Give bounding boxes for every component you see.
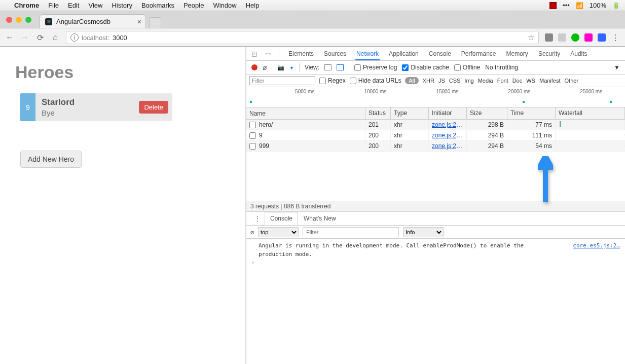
network-row[interactable]: hero/ 201 xhr zone.js:26… 298 B 77 ms [246, 120, 625, 130]
console-filter-input[interactable] [303, 227, 399, 237]
tab-memory[interactable]: Memory [505, 47, 529, 60]
filter-type-xhr[interactable]: XHR [423, 78, 434, 84]
menu-edit[interactable]: Edit [68, 2, 79, 9]
extension-icon[interactable] [571, 33, 579, 42]
row-checkbox[interactable] [249, 132, 256, 139]
disable-cache-checkbox[interactable]: Disable cache [402, 64, 449, 71]
filter-type-font[interactable]: Font [497, 78, 508, 84]
reload-button[interactable]: ⟳ [35, 33, 45, 43]
filter-type-img[interactable]: Img [464, 78, 473, 84]
tab-elements[interactable]: Elements [287, 47, 315, 60]
console-output[interactable]: Angular is running in the development mo… [246, 239, 625, 364]
tab-console[interactable]: Console [428, 47, 452, 60]
bookmark-star-icon[interactable]: ☆ [528, 33, 534, 42]
regex-checkbox[interactable]: Regex [319, 77, 346, 84]
browser-tab[interactable]: ⚛ AngularCosmosdb × [40, 14, 146, 28]
tab-close-icon[interactable]: × [137, 18, 141, 25]
tab-audits[interactable]: Audits [569, 47, 588, 60]
recording-icon[interactable] [549, 2, 557, 9]
new-tab-button[interactable] [149, 17, 161, 28]
filter-input[interactable] [249, 76, 315, 85]
extension-icon[interactable] [558, 33, 566, 42]
close-window-button[interactable] [6, 17, 12, 23]
console-clear-icon[interactable] [250, 229, 254, 236]
extension-icon[interactable] [584, 33, 593, 42]
console-source-link[interactable]: core.es5.js:2… [573, 242, 620, 250]
filter-type-other[interactable]: Other [565, 78, 579, 84]
network-table-body: hero/ 201 xhr zone.js:26… 298 B 77 ms 9 … [246, 120, 625, 201]
col-status[interactable]: Status [365, 107, 391, 119]
filter-type-all[interactable]: All [405, 77, 418, 84]
app-menu[interactable]: Chrome [14, 2, 39, 9]
drawer-menu-icon[interactable] [250, 215, 265, 222]
filter-type-js[interactable]: JS [438, 78, 445, 84]
network-timeline[interactable]: 5000 ms 10000 ms 15000 ms 20000 ms 25000… [246, 87, 625, 107]
row-checkbox[interactable] [249, 122, 256, 128]
hero-name: Starlord [42, 97, 133, 107]
site-info-icon[interactable]: i [70, 33, 79, 42]
wifi-icon[interactable] [576, 2, 583, 9]
preserve-log-checkbox[interactable]: Preserve log [354, 64, 397, 71]
network-row[interactable]: 999 200 xhr zone.js:26… 294 B 54 ms [246, 141, 625, 152]
back-button[interactable]: ← [5, 33, 14, 42]
menu-view[interactable]: View [88, 2, 102, 9]
tab-sources[interactable]: Sources [323, 47, 347, 60]
large-rows-icon[interactable] [324, 64, 332, 70]
hero-saying: Bye [42, 108, 133, 117]
drawer-tab-console[interactable]: Console [265, 212, 298, 225]
tab-network[interactable]: Network [355, 47, 380, 60]
col-type[interactable]: Type [391, 107, 429, 119]
add-hero-button[interactable]: Add New Hero [20, 151, 82, 168]
network-row[interactable]: 9 200 xhr zone.js:26… 294 B 111 ms [246, 130, 625, 141]
menu-extra-icon[interactable]: ••• [563, 2, 570, 9]
col-initiator[interactable]: Initiator [429, 107, 467, 119]
menu-file[interactable]: File [48, 2, 59, 9]
menu-help[interactable]: Help [246, 2, 260, 9]
home-button[interactable]: ⌂ [51, 33, 60, 42]
menu-people[interactable]: People [183, 2, 204, 9]
filter-type-css[interactable]: CSS [449, 78, 461, 84]
device-toolbar-icon[interactable]: ▭ [265, 50, 271, 57]
filter-type-manifest[interactable]: Manifest [539, 78, 561, 84]
extension-icon[interactable] [598, 33, 606, 42]
clear-button[interactable] [263, 63, 267, 71]
waterfall-view-icon[interactable] [337, 64, 344, 70]
filter-type-media[interactable]: Media [478, 78, 493, 84]
col-name[interactable]: Name [246, 107, 365, 119]
throttling-dropdown-icon[interactable]: ▼ [614, 64, 620, 71]
col-waterfall[interactable]: Waterfall [556, 107, 625, 119]
extension-icon[interactable] [545, 33, 553, 42]
chrome-menu-icon[interactable]: ⋮ [611, 33, 620, 43]
offline-checkbox[interactable]: Offline [454, 64, 480, 71]
menu-window[interactable]: Window [213, 2, 236, 9]
inspect-element-icon[interactable]: ◰ [251, 50, 257, 57]
hide-data-urls-checkbox[interactable]: Hide data URLs [350, 77, 401, 84]
console-prompt-icon[interactable]: › [251, 259, 620, 267]
drawer-tab-whatsnew[interactable]: What's New [298, 212, 342, 225]
row-checkbox[interactable] [249, 143, 256, 150]
filter-toggle-icon[interactable] [289, 64, 294, 71]
forward-button: → [20, 33, 29, 42]
menu-bookmarks[interactable]: Bookmarks [141, 2, 174, 9]
address-bar: ← → ⟳ ⌂ i localhost:3000 ☆ ⋮ [0, 28, 625, 47]
col-time[interactable]: Time [507, 107, 556, 119]
console-context-select[interactable]: top [258, 227, 299, 237]
delete-button[interactable]: Delete [139, 101, 168, 114]
hero-card[interactable]: 9 Starlord Bye Delete [20, 93, 172, 121]
record-button[interactable] [251, 64, 258, 70]
battery-icon[interactable] [612, 2, 620, 9]
filter-type-doc[interactable]: Doc [512, 78, 523, 84]
col-size[interactable]: Size [467, 107, 507, 119]
console-level-select[interactable]: Info [403, 227, 444, 237]
tab-security[interactable]: Security [537, 47, 561, 60]
tab-title: AngularCosmosdb [56, 18, 111, 25]
url-input[interactable]: i localhost:3000 ☆ [66, 31, 539, 44]
screenshot-button[interactable] [277, 64, 284, 71]
tab-performance[interactable]: Performance [460, 47, 497, 60]
minimize-window-button[interactable] [16, 17, 22, 23]
throttling-select[interactable]: No throttling [485, 64, 518, 71]
menu-history[interactable]: History [112, 2, 132, 9]
maximize-window-button[interactable] [25, 17, 31, 23]
tab-application[interactable]: Application [388, 47, 420, 60]
filter-type-ws[interactable]: WS [526, 78, 535, 84]
